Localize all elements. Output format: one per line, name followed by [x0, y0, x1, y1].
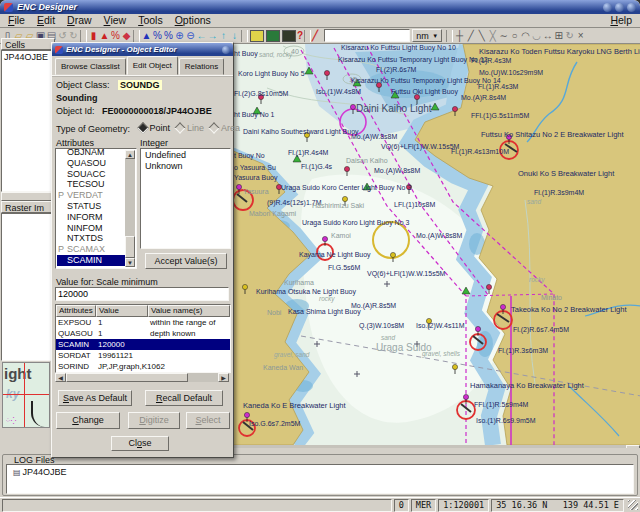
- window-titlebar[interactable]: ENC Designer: [0, 0, 640, 14]
- attribute-item-scamax[interactable]: PSCAMAX: [57, 244, 125, 255]
- cut-icon[interactable]: ×: [575, 29, 586, 42]
- table-h-scrollbar[interactable]: ◀ ▶: [55, 373, 229, 382]
- table-header-2[interactable]: Value name(s): [148, 305, 230, 317]
- tab-browse-classlist[interactable]: Browse Classlist: [55, 58, 126, 75]
- raster-thumbnail[interactable]: ight ky ⁘⁛: [2, 362, 50, 428]
- select-button[interactable]: Select: [186, 412, 230, 429]
- accept-values-button[interactable]: Accept Value(s): [145, 253, 227, 269]
- table-row[interactable]: SORDAT19961121: [56, 350, 230, 361]
- table-row[interactable]: SORINDJP,JP,graph,K1062: [56, 361, 230, 372]
- scroll-up-icon[interactable]: ▲: [125, 150, 135, 159]
- change-button[interactable]: Change: [56, 412, 120, 429]
- attributes-table[interactable]: AttributesValueValue name(s) EXPSOU1with…: [55, 304, 231, 373]
- grid-snap-icon[interactable]: ⊞: [553, 29, 564, 42]
- draw-polyline-icon[interactable]: ╲: [476, 29, 487, 42]
- log-files-list[interactable]: ▤JP44OJBE: [6, 464, 634, 494]
- pan-up-icon[interactable]: ↑: [218, 29, 229, 42]
- tab-edit-object[interactable]: Edit Object: [127, 56, 178, 75]
- digitize-button[interactable]: Digitize: [128, 412, 180, 429]
- zoom-in-icon[interactable]: ⊕: [174, 29, 185, 42]
- move-node-icon[interactable]: ↔: [542, 29, 553, 42]
- draw-arc2-icon[interactable]: ◡: [531, 29, 542, 42]
- rotate-icon[interactable]: ↻: [564, 29, 575, 42]
- table-row[interactable]: SCAMIN120000: [56, 339, 230, 350]
- scroll-track[interactable]: [188, 373, 218, 382]
- zoom-out-icon[interactable]: ⊖: [185, 29, 196, 42]
- light-character-icon[interactable]: %: [110, 29, 121, 42]
- mark-object-icon[interactable]: ◆: [121, 29, 132, 42]
- scroll-right-icon[interactable]: ▶: [218, 373, 229, 382]
- draw-arc-icon[interactable]: ◠: [520, 29, 531, 42]
- attribute-item-inform[interactable]: INFORM: [57, 212, 125, 223]
- tab-relations[interactable]: Relations: [179, 58, 224, 75]
- menu-options[interactable]: Options: [169, 14, 217, 27]
- attribute-item-ninfom[interactable]: NINFOM: [57, 223, 125, 234]
- light-object-icon[interactable]: ▮: [88, 29, 99, 42]
- attributes-listbox[interactable]: OBJNAMQUASOUSOUACCTECSOUPVERDATSTATUSINF…: [55, 148, 137, 269]
- attribute-item-souacc[interactable]: SOUACC: [57, 169, 125, 180]
- menu-tools[interactable]: Tools: [132, 14, 169, 27]
- scroll-down-icon[interactable]: ▼: [125, 258, 135, 267]
- menu-draw[interactable]: Draw: [61, 14, 98, 27]
- geometry-radio-line[interactable]: Line: [176, 123, 204, 133]
- menu-file[interactable]: File: [2, 14, 31, 27]
- buoy-query-icon[interactable]: ▲: [141, 29, 152, 42]
- raster-list[interactable]: [1, 213, 57, 361]
- table-header-1[interactable]: Value: [96, 305, 148, 317]
- buoy-object-icon[interactable]: ▲: [99, 29, 110, 42]
- attribute-item-verdat[interactable]: PVERDAT: [57, 190, 125, 201]
- minimize-button[interactable]: [603, 3, 612, 12]
- save-as-default-button[interactable]: Save As Default: [58, 390, 132, 406]
- maximize-button[interactable]: [615, 3, 624, 12]
- measure-input[interactable]: [324, 29, 410, 42]
- attribute-item-tecsou[interactable]: TECSOU: [57, 179, 125, 190]
- menu-help[interactable]: Help: [604, 14, 638, 27]
- attribute-item-status[interactable]: STATUS: [57, 201, 125, 212]
- scroll-left-icon[interactable]: ◀: [55, 373, 66, 382]
- attribute-item-objnam[interactable]: OBJNAM: [57, 148, 125, 158]
- redo-icon[interactable]: ↻: [68, 29, 79, 42]
- pointer-pen-icon[interactable]: ╱: [312, 30, 318, 41]
- value-input[interactable]: [55, 287, 229, 301]
- resize-grip[interactable]: [628, 500, 638, 510]
- delete-segment-icon[interactable]: ╳: [487, 29, 498, 42]
- menu-view[interactable]: View: [98, 14, 133, 27]
- draw-line-icon[interactable]: ╱: [465, 29, 476, 42]
- help-icon[interactable]: ?: [297, 30, 303, 41]
- recall-default-button[interactable]: Recall Default: [145, 390, 223, 406]
- close-dialog-button[interactable]: Close: [111, 436, 169, 451]
- cells-list-item[interactable]: JP44OJBE: [2, 51, 56, 62]
- draw-curve-icon[interactable]: ∼: [498, 29, 509, 42]
- attribute-item-ntxtds[interactable]: NTXTDS: [57, 233, 125, 244]
- cells-panel-header[interactable]: Cells: [1, 38, 55, 50]
- display-standard-icon[interactable]: [266, 30, 280, 42]
- cells-scrollbar[interactable]: [1, 192, 57, 201]
- display-base-icon[interactable]: [250, 30, 264, 42]
- undo-icon[interactable]: ↺: [57, 29, 68, 42]
- dialog-close-button[interactable]: [222, 46, 230, 54]
- integer-option-unknown[interactable]: Unknown: [142, 161, 229, 172]
- light-char-query-icon[interactable]: %: [152, 29, 163, 42]
- display-all-icon[interactable]: [282, 30, 296, 42]
- cells-list[interactable]: JP44OJBE: [1, 50, 57, 192]
- select-node-icon[interactable]: ┼: [454, 29, 465, 42]
- geometry-radio-point[interactable]: Point: [139, 123, 171, 133]
- table-row[interactable]: QUASOU1depth known: [56, 328, 230, 339]
- log-list-item[interactable]: ▤JP44OJBE: [7, 465, 633, 477]
- pan-down-icon[interactable]: ↓: [229, 29, 240, 42]
- integer-listbox[interactable]: UndefinedUnknown: [140, 148, 231, 249]
- geometry-radio-area[interactable]: Area: [210, 123, 240, 133]
- pan-left-icon[interactable]: ←: [196, 29, 207, 42]
- table-header-0[interactable]: Attributes: [56, 305, 96, 317]
- light-char-edit-icon[interactable]: %: [163, 29, 174, 42]
- integer-option-undefined[interactable]: Undefined: [142, 150, 229, 161]
- draw-circle-icon[interactable]: ○: [509, 29, 520, 42]
- attribute-item-quasou[interactable]: QUASOU: [57, 158, 125, 169]
- scroll-thumb[interactable]: [125, 236, 135, 258]
- pan-right-icon[interactable]: →: [207, 29, 218, 42]
- dialog-titlebar[interactable]: ENC Designer - Object Editor: [52, 43, 233, 56]
- raster-panel-header[interactable]: Raster Im: [1, 201, 55, 213]
- menu-edit[interactable]: Edit: [31, 14, 61, 27]
- table-row[interactable]: EXPSOU1within the range of: [56, 317, 230, 328]
- unit-dropdown[interactable]: nm ▼: [412, 29, 442, 42]
